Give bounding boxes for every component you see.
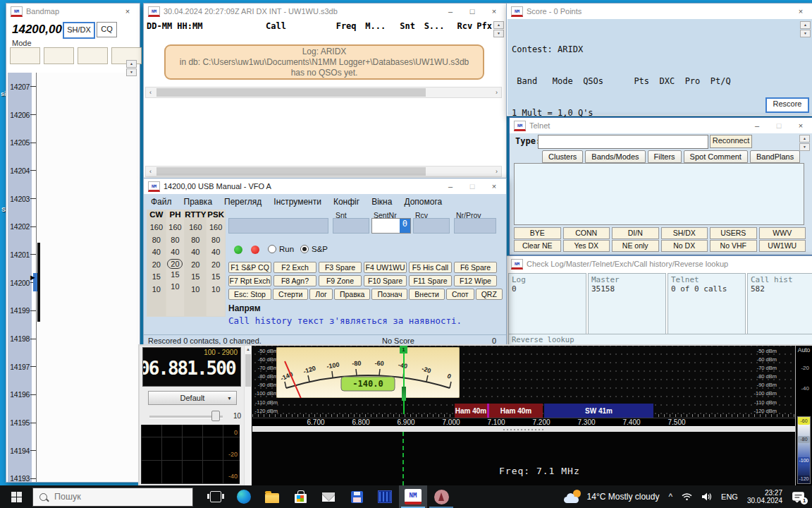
waterfall-display[interactable]: Freq: 7.1 MHz <box>252 432 796 485</box>
wifi-icon[interactable] <box>682 492 692 501</box>
search-input[interactable] <box>53 491 161 502</box>
mode-box[interactable] <box>10 47 40 64</box>
band-cell[interactable]: 160 <box>207 222 225 234</box>
action-button[interactable]: QRZ <box>476 289 503 300</box>
close-icon[interactable]: × <box>118 4 137 19</box>
band-cell[interactable]: 20 <box>147 259 166 272</box>
scroll-right-icon[interactable]: › <box>492 168 501 175</box>
log-titlebar[interactable]: NM 30.04.2024 20:27:09Z ARI DX INT - UW1… <box>144 4 506 19</box>
rescore-button[interactable]: Rescore <box>765 97 809 113</box>
n1mm-taskbar-button[interactable]: NM <box>399 485 427 508</box>
spectrum-app-button[interactable] <box>371 485 399 508</box>
band-cell[interactable]: 10 <box>147 284 166 296</box>
sentnr-input[interactable]: 0 <box>371 218 411 234</box>
band-cell[interactable]: 80 <box>207 234 225 247</box>
function-key-button[interactable]: F11 Spare <box>409 275 452 286</box>
cq-button[interactable]: CQ <box>97 22 117 37</box>
band-cell[interactable]: 40 <box>207 246 225 259</box>
run-radio[interactable]: Run <box>268 245 294 253</box>
radio-circle[interactable] <box>268 245 276 253</box>
minimize-icon[interactable]: – <box>441 179 460 194</box>
telnet-command-button[interactable]: NE only <box>612 240 659 252</box>
sdr-app-button[interactable] <box>427 485 455 508</box>
telnet-tab[interactable]: Filters <box>648 150 682 163</box>
function-key-button[interactable]: F7 Rpt Exch <box>228 275 271 286</box>
telnet-tab[interactable]: Clusters <box>542 150 583 163</box>
band-cell[interactable]: 15 <box>185 271 206 284</box>
notification-center-button[interactable]: 1 <box>792 491 805 503</box>
mode-box[interactable] <box>78 47 108 64</box>
file-explorer-button[interactable] <box>258 485 286 508</box>
callsign-input[interactable] <box>228 218 328 234</box>
spin-down-icon[interactable]: ▼ <box>799 143 810 151</box>
check-titlebar[interactable]: NM Check Log/Master/Telnet/Exch/Call his… <box>507 256 812 272</box>
spin-up-icon[interactable]: ▲ <box>800 21 811 29</box>
maximize-icon[interactable]: □ <box>463 4 481 19</box>
start-button[interactable] <box>0 485 32 508</box>
horizontal-scrollbar[interactable]: ‹ › <box>145 166 502 177</box>
taskbar-search-box[interactable] <box>32 488 193 507</box>
telnet-titlebar[interactable]: NM Telnet – □ × <box>510 118 812 133</box>
telnet-command-button[interactable]: DI/N <box>612 227 659 239</box>
function-key-button[interactable]: F6 Spare <box>454 262 497 273</box>
function-key-button[interactable]: F4 UW1WU <box>364 262 407 273</box>
action-button[interactable]: Познач <box>371 289 407 300</box>
close-icon[interactable]: × <box>485 179 503 194</box>
spin-up-icon[interactable]: ▲ <box>799 135 810 143</box>
palette-level-chip[interactable]: -100 <box>798 457 810 464</box>
menu-item[interactable]: Допомога <box>404 197 442 207</box>
scroll-left-icon[interactable]: ‹ <box>146 89 155 96</box>
frequency-display[interactable]: 100 - 2900 06.881.500 <box>142 347 241 387</box>
function-key-button[interactable]: F2 Exch <box>273 262 316 273</box>
vertical-scrollbar[interactable]: ▲ <box>244 346 252 485</box>
action-button[interactable]: Внести <box>409 289 445 300</box>
palette-level-chip[interactable]: -60 <box>798 418 810 425</box>
action-button[interactable]: Лог <box>309 289 333 300</box>
logger-app-button[interactable] <box>343 485 371 508</box>
menu-item[interactable]: Конфіг <box>333 197 359 207</box>
tuning-marker-line[interactable] <box>403 346 405 414</box>
menu-item[interactable]: Перегляд <box>224 197 262 207</box>
shdx-button[interactable]: SH/DX <box>63 22 95 39</box>
telnet-tab[interactable]: BandPlans <box>750 150 800 163</box>
minimize-icon[interactable]: – <box>441 4 460 19</box>
maximize-icon[interactable]: □ <box>770 118 788 133</box>
scrollbar-track[interactable] <box>155 87 492 97</box>
scroll-right-icon[interactable]: › <box>492 89 501 96</box>
palette-level-chip[interactable]: -80 <box>798 436 810 443</box>
reconnect-button[interactable]: Reconnect <box>710 135 752 148</box>
function-key-button[interactable]: F1 S&P CQ <box>228 262 271 273</box>
menu-item[interactable]: Файл <box>151 197 172 207</box>
language-indicator[interactable]: ENG <box>721 492 738 501</box>
band-cell[interactable]: 80 <box>185 234 206 247</box>
telnet-command-button[interactable]: WWV <box>759 227 806 239</box>
task-view-button[interactable] <box>202 485 230 508</box>
band-segment[interactable]: SW 41m <box>544 404 653 418</box>
band-cell[interactable]: 15 <box>207 271 225 284</box>
close-icon[interactable]: × <box>792 4 810 19</box>
action-button[interactable]: Правка <box>334 289 370 300</box>
tuning-marker-handle[interactable] <box>402 387 406 401</box>
band-cell[interactable]: 160 <box>166 222 185 234</box>
spin-up-icon[interactable]: ▲ <box>126 60 137 68</box>
scrollbar-track[interactable] <box>155 167 492 176</box>
speaker-icon[interactable] <box>701 492 712 501</box>
auto-button[interactable]: Auto <box>796 346 812 353</box>
splitter-handle[interactable] <box>252 426 796 432</box>
spin-down-icon[interactable]: ▼ <box>800 30 811 37</box>
telnet-tab[interactable]: Spot Comment <box>684 150 748 163</box>
slider-handle[interactable] <box>211 411 220 421</box>
tray-expand-icon[interactable]: ^ <box>668 492 672 502</box>
band-cell[interactable]: 160 <box>185 222 206 234</box>
telnet-command-input[interactable] <box>538 135 708 149</box>
store-button[interactable] <box>286 485 314 508</box>
band-cell[interactable]: 20 <box>185 259 206 272</box>
menu-item[interactable]: Правка <box>184 197 213 207</box>
menu-item[interactable]: Інструменти <box>273 197 321 207</box>
mode-box[interactable] <box>44 47 74 64</box>
band-cell[interactable]: 10 <box>185 284 206 296</box>
band-cell[interactable]: 10 <box>166 281 185 294</box>
scrollbar-thumb[interactable] <box>156 167 426 176</box>
band-cell[interactable]: 15 <box>147 271 166 284</box>
action-button[interactable]: Стерти <box>273 289 308 300</box>
